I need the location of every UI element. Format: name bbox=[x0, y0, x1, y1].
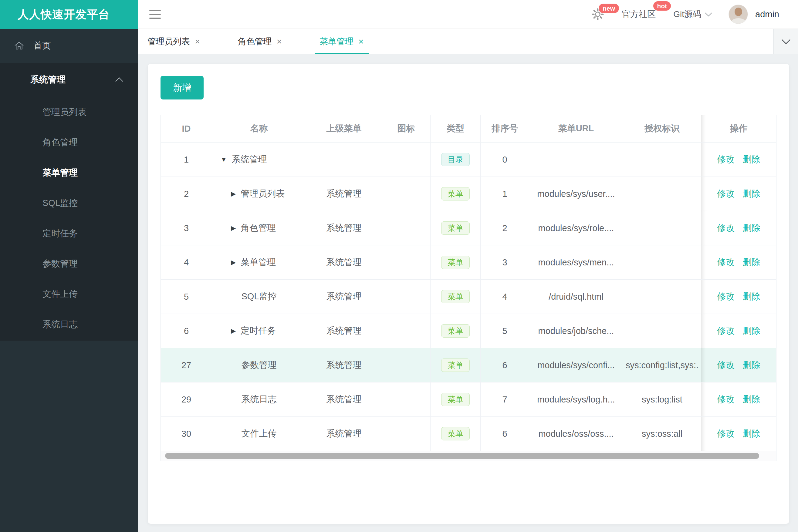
delete-link[interactable]: 删除 bbox=[743, 325, 760, 337]
delete-link[interactable]: 删除 bbox=[743, 393, 760, 405]
git-source-menu[interactable]: Git源码 bbox=[673, 8, 711, 20]
cell-parent-menu: 系统管理 bbox=[306, 211, 382, 245]
cell-parent-menu bbox=[306, 142, 382, 177]
edit-link[interactable]: 修改 bbox=[717, 188, 735, 200]
delete-link[interactable]: 删除 bbox=[743, 222, 760, 234]
tab-1[interactable]: 管理员列表× bbox=[147, 29, 200, 54]
tab-3[interactable]: 菜单管理× bbox=[319, 29, 364, 54]
edit-link[interactable]: 修改 bbox=[717, 393, 735, 405]
chevron-up-icon bbox=[115, 77, 123, 85]
cell-id: 1 bbox=[161, 142, 212, 177]
cell-parent-menu: 系统管理 bbox=[306, 245, 382, 280]
sidebar-item-home[interactable]: 首页 bbox=[0, 29, 138, 63]
table-row: 3▶角色管理系统管理菜单2modules/sys/role....修改删除 bbox=[161, 211, 776, 245]
edit-link[interactable]: 修改 bbox=[717, 290, 735, 303]
delete-link[interactable]: 删除 bbox=[743, 153, 760, 166]
user-menu[interactable]: admin bbox=[728, 4, 779, 24]
sidebar-item[interactable]: 文件上传 bbox=[0, 279, 138, 309]
edit-link[interactable]: 修改 bbox=[717, 153, 735, 166]
menu-name: SQL监控 bbox=[241, 290, 276, 303]
tab-2[interactable]: 角色管理× bbox=[238, 29, 282, 54]
cell-actions: 修改删除 bbox=[701, 211, 776, 245]
sidebar-item[interactable]: SQL监控 bbox=[0, 188, 138, 218]
cell-menu-url: modules/sys/men... bbox=[529, 245, 623, 280]
cell-order: 3 bbox=[481, 245, 529, 280]
menu-name: 参数管理 bbox=[242, 359, 277, 371]
column-header: 上级菜单 bbox=[306, 115, 382, 142]
horizontal-scrollbar[interactable] bbox=[165, 453, 759, 459]
cell-type: 菜单 bbox=[430, 245, 481, 280]
settings-menu[interactable]: new bbox=[591, 8, 604, 21]
sidebar-item[interactable]: 角色管理 bbox=[0, 127, 138, 157]
cell-order: 7 bbox=[481, 382, 529, 417]
sidebar-group-system: 系统管理 管理员列表角色管理菜单管理SQL监控定时任务参数管理文件上传系统日志 bbox=[0, 63, 138, 341]
tab-overflow-button[interactable] bbox=[774, 29, 798, 54]
cell-perms bbox=[623, 314, 701, 348]
column-header: 图标 bbox=[382, 115, 430, 142]
sidebar-item[interactable]: 定时任务 bbox=[0, 218, 138, 248]
avatar bbox=[728, 4, 748, 24]
tab-bar: 管理员列表×角色管理×菜单管理× bbox=[138, 29, 798, 54]
cell-type: 菜单 bbox=[430, 280, 481, 314]
community-link[interactable]: 官方社区 hot bbox=[622, 8, 656, 20]
app-logo: 人人快速开发平台 bbox=[0, 0, 138, 29]
cell-type: 菜单 bbox=[430, 382, 481, 417]
table-row: 4▶菜单管理系统管理菜单3modules/sys/men...修改删除 bbox=[161, 245, 776, 280]
cell-order: 6 bbox=[481, 348, 529, 382]
home-icon bbox=[14, 41, 24, 51]
delete-link[interactable]: 删除 bbox=[743, 428, 760, 440]
cell-icon bbox=[382, 245, 430, 280]
cell-name: ▶角色管理 bbox=[212, 211, 306, 245]
sidebar-item[interactable]: 菜单管理 bbox=[0, 157, 138, 188]
sidebar-toggle-button[interactable] bbox=[149, 8, 161, 20]
table-row: 2▶管理员列表系统管理菜单1modules/sys/user....修改删除 bbox=[161, 177, 776, 211]
edit-link[interactable]: 修改 bbox=[717, 325, 735, 337]
delete-link[interactable]: 删除 bbox=[743, 290, 760, 303]
cell-id: 30 bbox=[161, 417, 212, 451]
edit-link[interactable]: 修改 bbox=[717, 256, 735, 268]
tab-close-icon[interactable]: × bbox=[195, 37, 200, 46]
app-title: 人人快速开发平台 bbox=[18, 7, 110, 22]
sidebar-item[interactable]: 系统日志 bbox=[0, 309, 138, 339]
delete-link[interactable]: 删除 bbox=[743, 256, 760, 268]
cell-perms: sys:config:list,sys:. bbox=[623, 348, 701, 382]
tree-expand-icon[interactable]: ▶ bbox=[231, 225, 236, 232]
table-row: 29系统日志系统管理菜单7modules/sys/log.h...sys:log… bbox=[161, 382, 776, 417]
cell-name: SQL监控 bbox=[212, 280, 306, 314]
table-row: 30文件上传系统管理菜单6modules/oss/oss....sys:oss:… bbox=[161, 417, 776, 451]
sidebar-item[interactable]: 管理员列表 bbox=[0, 97, 138, 127]
menu-table: ID名称上级菜单图标类型排序号菜单URL授权标识操作 1▼系统管理目录0修改删除… bbox=[161, 115, 777, 461]
add-button[interactable]: 新增 bbox=[161, 76, 204, 99]
sidebar-item[interactable]: 参数管理 bbox=[0, 248, 138, 279]
cell-actions: 修改删除 bbox=[701, 280, 776, 314]
edit-link[interactable]: 修改 bbox=[717, 428, 735, 440]
tree-expand-icon[interactable]: ▶ bbox=[231, 259, 236, 266]
type-badge: 菜单 bbox=[441, 359, 470, 372]
cell-order: 1 bbox=[481, 177, 529, 211]
column-header: 操作 bbox=[701, 115, 776, 142]
cell-actions: 修改删除 bbox=[701, 382, 776, 417]
column-header: 授权标识 bbox=[623, 115, 701, 142]
tab-close-icon[interactable]: × bbox=[358, 37, 364, 46]
edit-link[interactable]: 修改 bbox=[717, 222, 735, 234]
edit-link[interactable]: 修改 bbox=[717, 359, 735, 371]
cell-parent-menu: 系统管理 bbox=[306, 417, 382, 451]
type-badge: 菜单 bbox=[441, 256, 470, 269]
cell-order: 2 bbox=[481, 211, 529, 245]
cell-menu-url: modules/sys/role.... bbox=[529, 211, 623, 245]
delete-link[interactable]: 删除 bbox=[743, 359, 760, 371]
tree-expand-icon[interactable]: ▶ bbox=[231, 327, 236, 335]
cell-icon bbox=[382, 177, 430, 211]
cell-menu-url: /druid/sql.html bbox=[529, 280, 623, 314]
tree-expand-icon[interactable]: ▼ bbox=[221, 156, 227, 163]
sidebar-group-title[interactable]: 系统管理 bbox=[0, 63, 138, 97]
hot-badge: hot bbox=[653, 1, 671, 11]
type-badge: 菜单 bbox=[441, 393, 470, 406]
cell-menu-url: modules/sys/confi... bbox=[529, 348, 623, 382]
tree-expand-icon[interactable]: ▶ bbox=[231, 190, 236, 197]
sidebar-submenu: 管理员列表角色管理菜单管理SQL监控定时任务参数管理文件上传系统日志 bbox=[0, 97, 138, 339]
cell-perms bbox=[623, 142, 701, 177]
menu-name: 管理员列表 bbox=[241, 188, 284, 200]
tab-close-icon[interactable]: × bbox=[277, 37, 282, 46]
delete-link[interactable]: 删除 bbox=[743, 188, 760, 200]
